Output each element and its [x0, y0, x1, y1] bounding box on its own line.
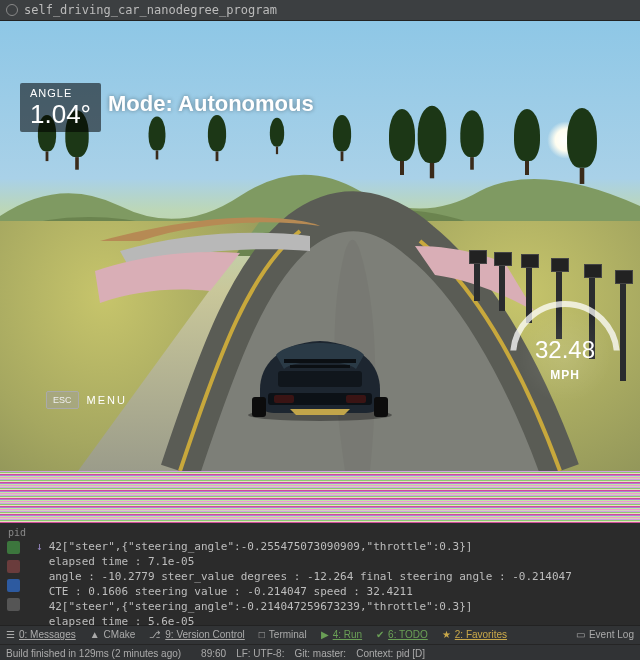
tree-icon	[152, 117, 161, 160]
window-control-icon[interactable]	[6, 4, 18, 16]
run-config-label: pid	[8, 525, 26, 540]
window-titlebar: self_driving_car_nanodegree_program	[0, 0, 640, 21]
svg-rect-8	[374, 397, 388, 417]
svg-rect-6	[290, 365, 350, 368]
angle-readout: ANGLE 1.04°	[20, 83, 101, 132]
svg-rect-1	[278, 371, 362, 387]
speed-unit: MPH	[550, 368, 580, 382]
menu-button[interactable]: ESC MENU	[46, 391, 127, 409]
menu-label: MENU	[87, 394, 127, 406]
tree-icon	[424, 106, 439, 179]
tree-icon	[574, 108, 590, 184]
road-post	[474, 261, 480, 301]
window-title: self_driving_car_nanodegree_program	[24, 0, 277, 20]
encoding[interactable]: LF: UTF-8:	[236, 645, 284, 660]
console-output[interactable]: ↓42["steer",{"steering_angle":-0.2554750…	[36, 539, 632, 629]
rerun-icon[interactable]	[7, 541, 20, 554]
console-tabstrip: pid	[8, 525, 632, 539]
tree-icon	[520, 109, 534, 175]
tree-icon	[212, 115, 222, 161]
git-branch[interactable]: Git: master:	[294, 645, 346, 660]
angle-value: 1.04°	[30, 99, 91, 130]
road-post	[620, 281, 626, 381]
road-post	[499, 263, 505, 311]
context[interactable]: Context: pid [D]	[356, 645, 425, 660]
angle-label: ANGLE	[30, 87, 91, 99]
tree-icon	[273, 118, 281, 154]
mode-text: Mode: Autonomous	[108, 91, 314, 117]
step-icon[interactable]	[7, 598, 20, 611]
pause-icon[interactable]	[7, 579, 20, 592]
esc-key-icon: ESC	[46, 391, 79, 409]
car-icon	[230, 311, 410, 421]
status-bar: Build finished in 129ms (2 minutes ago) …	[0, 644, 640, 660]
svg-rect-4	[346, 395, 366, 403]
speed-value: 32.48	[535, 336, 595, 364]
console-gutter	[0, 539, 26, 625]
simulator-viewport: ANGLE 1.04° Mode: Autonomous ESC MENU 32…	[0, 21, 640, 471]
build-status: Build finished in 129ms (2 minutes ago)	[6, 645, 181, 660]
caret-position[interactable]: 89:60	[201, 645, 226, 660]
profiler-timeline[interactable]	[0, 471, 640, 523]
tree-icon	[395, 109, 409, 175]
stop-icon[interactable]	[7, 560, 20, 573]
svg-rect-7	[252, 397, 266, 417]
svg-rect-5	[284, 359, 356, 363]
run-console: pid ↓42["steer",{"steering_angle":-0.255…	[0, 523, 640, 625]
speedometer: 32.48 MPH	[510, 301, 620, 411]
tree-icon	[337, 115, 347, 161]
tree-icon	[466, 110, 479, 169]
svg-rect-3	[274, 395, 294, 403]
